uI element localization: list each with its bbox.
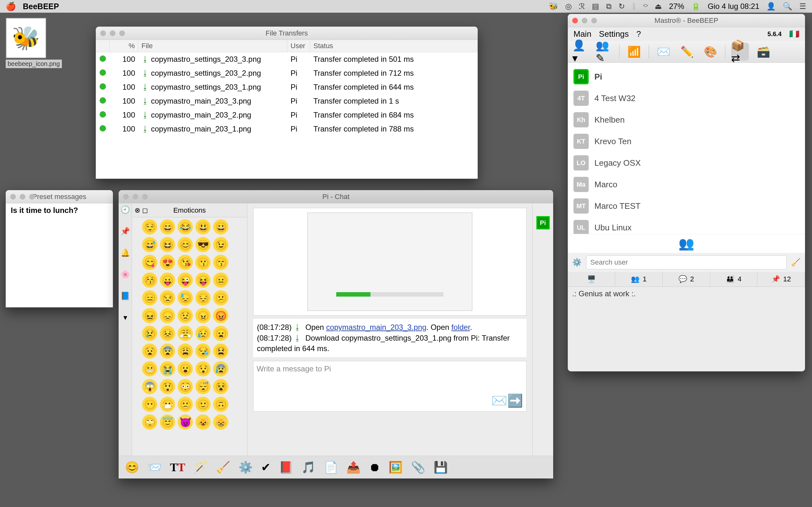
emoji[interactable]: 😐 — [213, 273, 229, 288]
broadcast-button[interactable]: 📶 — [625, 43, 643, 60]
user-row[interactable]: KhKhelben — [572, 109, 801, 130]
user-row[interactable]: PiPi — [572, 66, 801, 88]
image-preview[interactable] — [253, 208, 526, 316]
table-row[interactable]: 100⭳copymastro_main_203_2.pngPiTransfer … — [96, 108, 478, 122]
active-app-name[interactable]: BeeBEEP — [23, 2, 59, 11]
emoji[interactable]: 😆 — [160, 237, 175, 252]
screen-icon[interactable]: 🖥️ — [587, 275, 596, 283]
battery-icon[interactable]: 🔋 — [691, 2, 701, 11]
emoji[interactable]: 😢 — [142, 326, 157, 341]
emoji[interactable]: 😶 — [142, 397, 157, 412]
emoji[interactable]: 😅 — [142, 237, 157, 252]
emoji[interactable]: 😩 — [177, 343, 193, 359]
profile-button[interactable]: 👤▾ — [572, 43, 590, 60]
bluetooth-icon[interactable]: ᛒ — [632, 2, 636, 11]
attach-button[interactable]: 📎 — [411, 461, 425, 474]
emoji[interactable]: 😨 — [160, 343, 175, 359]
dictionary-button[interactable]: 📕 — [279, 461, 293, 474]
titlebar[interactable]: File Transfers — [96, 26, 478, 40]
antivirus-icon[interactable]: ℛ — [579, 2, 585, 11]
eject-icon[interactable]: ⏏ — [655, 2, 662, 11]
menu-main[interactable]: Main — [573, 29, 591, 39]
apple-menu[interactable]: 🍎 — [6, 2, 16, 11]
emoji[interactable]: 🙃 — [213, 397, 229, 412]
emoji[interactable]: 😦 — [213, 326, 229, 341]
emoji[interactable]: 😑 — [142, 290, 157, 305]
user-row[interactable]: 4T4 Test W32 — [572, 88, 801, 109]
wifi-icon[interactable]: ⌔ — [643, 2, 648, 11]
emoji[interactable]: 😘 — [177, 255, 193, 270]
sound-icon[interactable]: 🔔 — [120, 248, 130, 257]
traffic-lights[interactable] — [123, 194, 148, 200]
traffic-lights[interactable] — [100, 31, 125, 36]
user-row[interactable]: KTKrevo Ten — [572, 130, 801, 152]
emoji[interactable]: 😬 — [142, 361, 157, 377]
spellcheck-button[interactable]: ✔ — [261, 461, 270, 474]
emoji[interactable]: 😄 — [160, 219, 175, 234]
send-button[interactable]: ✉️➡️ — [491, 393, 523, 408]
settings-button[interactable]: ⚙️ — [239, 461, 253, 474]
titlebar[interactable]: Pi - Chat — [119, 190, 553, 204]
user-icon[interactable]: 👤 — [766, 2, 776, 11]
group-icon[interactable]: 👥 — [678, 236, 694, 251]
titlebar[interactable]: Mastro® - BeeBEEP — [568, 14, 805, 27]
spotlight-icon[interactable]: 🔍 — [783, 2, 792, 11]
compose-button[interactable]: ✏️ — [678, 43, 696, 60]
record-button[interactable]: ⏺ — [369, 461, 380, 474]
note-button[interactable]: 🎵 — [301, 461, 316, 474]
search-input[interactable] — [586, 256, 786, 269]
emoji[interactable]: 😳 — [177, 379, 193, 394]
emoji[interactable]: 😭 — [160, 361, 175, 377]
emoji[interactable]: 😕 — [213, 290, 229, 305]
clear-search-icon[interactable]: 🧹 — [791, 258, 801, 267]
table-row[interactable]: 100⭳copymastro_main_203_3.pngPiTransfer … — [96, 94, 478, 108]
user-row[interactable]: ULUbu Linux — [572, 217, 801, 234]
table-row[interactable]: 100⭳copymastro_main_203_1.pngPiTransfer … — [96, 122, 478, 136]
emoji[interactable]: 😧 — [142, 343, 157, 359]
emoji[interactable]: 😯 — [195, 361, 211, 377]
menu-settings[interactable]: Settings — [599, 29, 629, 39]
document-button[interactable]: 📄 — [324, 461, 338, 474]
bee-status-icon[interactable]: 🐝 — [549, 2, 558, 11]
dropbox-icon[interactable]: ⧉ — [606, 2, 612, 11]
emoji[interactable]: 😷 — [160, 397, 175, 412]
emoji[interactable]: 😜 — [177, 273, 193, 288]
traffic-lights[interactable] — [10, 194, 35, 200]
emoji[interactable]: 😒 — [160, 290, 175, 305]
table-row[interactable]: 100⭳copymastro_settings_203_2.pngPiTrans… — [96, 66, 478, 80]
titlebar[interactable]: Preset messages — [6, 190, 113, 204]
clock[interactable]: Gio 4 lug 08:21 — [708, 2, 759, 11]
recent-icon[interactable]: 🕘 — [120, 205, 130, 214]
open-folder-link[interactable]: folder — [451, 323, 470, 331]
open-file-link[interactable]: copymastro_main_203_3.png — [326, 323, 426, 331]
table-row[interactable]: 100⭳copymastro_settings_203_3.pngPiTrans… — [96, 52, 478, 66]
emoji[interactable]: 😋 — [142, 255, 157, 270]
emoji[interactable]: 😙 — [213, 255, 229, 270]
emoticon-button[interactable]: 😊 — [125, 461, 139, 474]
timemachine-icon[interactable]: ↻ — [618, 2, 625, 11]
traffic-lights[interactable] — [572, 18, 597, 23]
emoji[interactable]: 🙁 — [177, 397, 193, 412]
transfers-button[interactable]: 📦⇄ — [731, 43, 749, 60]
emoji[interactable]: 😂 — [177, 219, 193, 234]
emoji[interactable]: 😇 — [160, 414, 175, 430]
menu-help[interactable]: ? — [636, 29, 641, 39]
inbox-button[interactable]: ✉️ — [655, 43, 672, 60]
save-button[interactable]: 💾 — [434, 461, 448, 474]
magic-wand-button[interactable]: 🪄 — [194, 461, 208, 474]
emoji[interactable]: 😤 — [177, 326, 193, 341]
emoji[interactable]: 😞 — [160, 308, 175, 323]
emoji[interactable]: 😟 — [177, 308, 193, 323]
emoji[interactable]: 😈 — [177, 414, 193, 430]
emoji[interactable]: 😵 — [213, 379, 229, 394]
user-row[interactable]: LOLegacy OSX — [572, 152, 801, 174]
emoji[interactable]: 😌 — [142, 219, 157, 234]
send-file-button[interactable]: 📨 — [148, 461, 162, 474]
emoji[interactable]: 😫 — [213, 343, 229, 359]
emoji[interactable]: 😲 — [160, 379, 175, 394]
notification-center-icon[interactable]: ☰ — [799, 2, 806, 11]
emoji[interactable]: 😠 — [195, 308, 211, 323]
emoji[interactable]: 😚 — [142, 273, 157, 288]
preset-item[interactable]: Is it time to lunch? — [11, 206, 108, 215]
emoji[interactable]: 😀 — [213, 219, 229, 234]
